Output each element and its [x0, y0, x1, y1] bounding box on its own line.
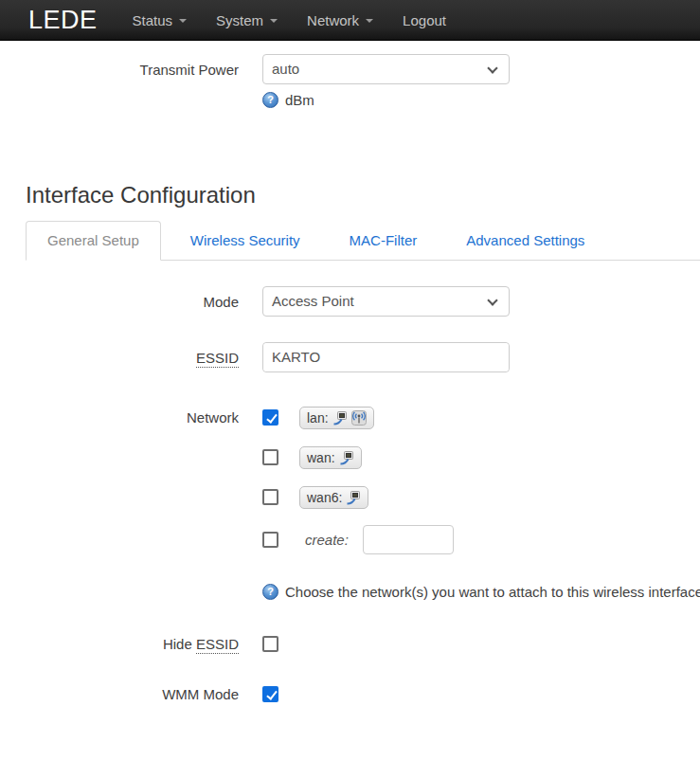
top-navbar: LEDE Status System Network Logout	[0, 0, 700, 41]
mode-label: Mode	[0, 294, 239, 310]
hide-essid-checkbox[interactable]	[262, 636, 278, 652]
wifi-icon	[351, 410, 367, 426]
caret-down-icon	[366, 19, 373, 23]
network-row: Network lan:	[0, 406, 700, 554]
hide-essid-prefix: Hide	[163, 636, 196, 652]
wan-badge-label: wan:	[307, 450, 335, 465]
ethernet-icon	[339, 450, 354, 465]
create-checkbox[interactable]	[262, 532, 278, 548]
lan-badge: lan:	[299, 407, 374, 429]
wan6-badge: wan6:	[299, 486, 368, 509]
caret-down-icon	[270, 19, 278, 23]
essid-abbr: ESSID	[196, 636, 239, 654]
nav-item-label: Status	[133, 12, 173, 28]
brand-logo: LEDE	[28, 6, 98, 35]
tab-bar: General Setup Wireless Security MAC-Filt…	[26, 221, 700, 261]
mode-value: Access Point	[263, 287, 509, 316]
transmit-power-label: Transmit Power	[0, 62, 239, 78]
create-label: create:	[305, 532, 349, 548]
wan-checkbox[interactable]	[262, 449, 278, 465]
essid-row: ESSID	[0, 342, 700, 372]
wmm-mode-label: WMM Mode	[0, 686, 239, 702]
nav-item-system[interactable]: System	[216, 12, 278, 28]
nav-menu: Status System Network Logout	[133, 12, 446, 28]
page-title: Interface Configuration	[26, 182, 700, 208]
hide-essid-row: Hide ESSID	[0, 636, 700, 652]
lan-checkbox[interactable]	[262, 409, 278, 426]
wmm-mode-checkbox[interactable]	[262, 686, 278, 702]
essid-label: ESSID	[0, 350, 239, 366]
tab-advanced-settings[interactable]: Advanced Settings	[446, 222, 604, 260]
network-option-create: create:	[262, 525, 454, 554]
wan6-badge-label: wan6:	[307, 490, 342, 505]
nav-item-network[interactable]: Network	[307, 12, 373, 28]
transmit-power-unit: dBm	[285, 92, 314, 108]
network-option-wan: wan:	[262, 445, 454, 469]
caret-down-icon	[179, 19, 187, 23]
hide-essid-label: Hide ESSID	[0, 636, 239, 652]
lan-badge-label: lan:	[307, 410, 329, 426]
help-icon: ?	[262, 92, 278, 108]
nav-item-status[interactable]: Status	[133, 12, 188, 28]
nav-item-label: Network	[307, 12, 359, 28]
essid-input[interactable]	[263, 343, 509, 371]
transmit-power-row: Transmit Power auto	[0, 54, 700, 84]
nav-item-label: Logout	[403, 12, 446, 28]
tab-mac-filter[interactable]: MAC-Filter	[330, 222, 438, 260]
tab-wireless-security[interactable]: Wireless Security	[171, 222, 320, 260]
ethernet-icon	[346, 490, 361, 505]
transmit-power-unit-line: ? dBm	[262, 92, 700, 108]
mode-select[interactable]: Access Point	[262, 286, 510, 317]
create-network-input[interactable]	[363, 525, 454, 554]
essid-field-wrap	[262, 342, 510, 372]
network-help-line: ? Choose the network(s) you want to atta…	[262, 584, 700, 600]
network-option-lan: lan:	[262, 406, 454, 429]
network-label: Network	[0, 406, 239, 429]
essid-abbr: ESSID	[196, 350, 239, 368]
wan6-checkbox[interactable]	[262, 489, 278, 505]
ethernet-icon	[332, 410, 348, 426]
wan-badge: wan:	[299, 446, 362, 469]
network-help-text: Choose the network(s) you want to attach…	[285, 584, 700, 600]
transmit-power-value: auto	[263, 55, 509, 83]
network-options: lan: wan:	[262, 406, 454, 554]
tab-general-setup[interactable]: General Setup	[26, 221, 161, 261]
transmit-power-select[interactable]: auto	[262, 54, 510, 84]
network-option-wan6: wan6:	[262, 485, 454, 509]
nav-item-logout[interactable]: Logout	[403, 12, 446, 28]
help-icon: ?	[262, 584, 278, 600]
wmm-mode-row: WMM Mode	[0, 686, 700, 702]
mode-row: Mode Access Point	[0, 286, 700, 317]
nav-item-label: System	[216, 12, 263, 28]
